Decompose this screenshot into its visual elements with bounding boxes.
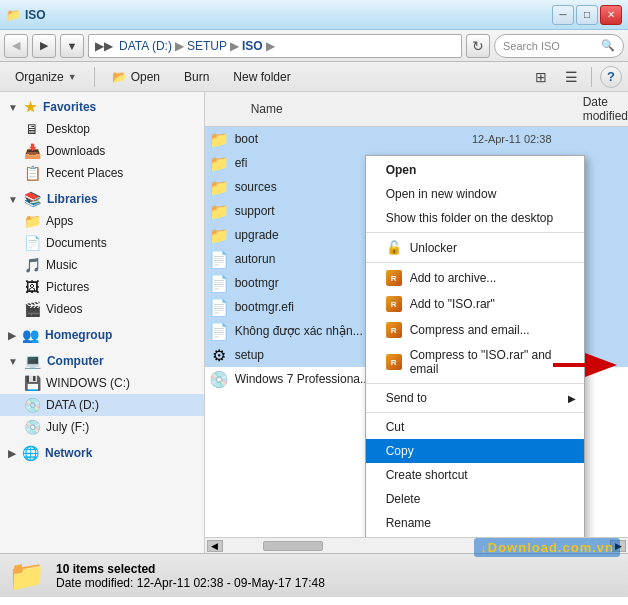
ctx-create-shortcut[interactable]: Create shortcut [366, 463, 584, 487]
breadcrumb-setup[interactable]: SETUP [187, 39, 227, 53]
computer-arrow: ▼ [8, 356, 18, 367]
open-button[interactable]: 📂 Open [103, 65, 169, 89]
ctx-send-to[interactable]: Send to ▶ [366, 386, 584, 410]
file-list[interactable]: 📁 boot 12-Apr-11 02:38 📁 efi 12-Apr-11 0… [205, 127, 628, 537]
file-date-boot: 12-Apr-11 02:38 [464, 133, 624, 145]
homegroup-icon: 👥 [22, 327, 39, 343]
sidebar-item-downloads[interactable]: 📥 Downloads [0, 140, 204, 162]
status-bar: 📁 10 items selected Date modified: 12-Ap… [0, 553, 628, 597]
file-icon-setup: ⚙ [209, 345, 229, 365]
search-icon[interactable]: 🔍 [601, 39, 615, 52]
column-header: Name Date modified [205, 92, 628, 127]
july-f-icon: 💿 [24, 419, 40, 435]
view-button-1[interactable]: ⊞ [529, 65, 553, 89]
sidebar-header-homegroup[interactable]: ▶ 👥 Homegroup [0, 324, 204, 346]
rar-icon-1: R [386, 270, 402, 286]
context-menu: Open Open in new window Show this folder… [365, 155, 585, 537]
homegroup-arrow: ▶ [8, 330, 16, 341]
sidebar-item-desktop[interactable]: 🖥 Desktop [0, 118, 204, 140]
file-icon-khong: 📄 [209, 321, 229, 341]
help-button[interactable]: ? [600, 66, 622, 88]
close-button[interactable]: ✕ [600, 5, 622, 25]
ctx-open[interactable]: Open [366, 158, 584, 182]
folder-icon: 📁 [6, 8, 21, 22]
toolbar: Organize ▼ 📂 Open Burn New folder ⊞ ☰ ? [0, 62, 628, 92]
breadcrumb[interactable]: ▶▶ DATA (D:) ▶ SETUP ▶ ISO ▶ [88, 34, 462, 58]
desktop-icon: 🖥 [24, 121, 40, 137]
ctx-cut[interactable]: Cut [366, 415, 584, 439]
ctx-open-new-window[interactable]: Open in new window [366, 182, 584, 206]
file-area: Name Date modified 📁 boot 12-Apr-11 02:3… [205, 92, 628, 553]
sidebar-item-videos[interactable]: 🎬 Videos [0, 298, 204, 320]
sidebar-item-apps[interactable]: 📁 Apps [0, 210, 204, 232]
organize-button[interactable]: Organize ▼ [6, 65, 86, 89]
burn-button[interactable]: Burn [175, 65, 218, 89]
sidebar-section-homegroup: ▶ 👥 Homegroup [0, 324, 204, 346]
sidebar-item-recent-places[interactable]: 📋 Recent Places [0, 162, 204, 184]
ctx-copy[interactable]: Copy [366, 439, 584, 463]
title-bar: 📁 ISO ─ □ ✕ [0, 0, 628, 30]
apps-icon: 📁 [24, 213, 40, 229]
sidebar-item-windows-c[interactable]: 💾 WINDOWS (C:) [0, 372, 204, 394]
title-bar-controls: ─ □ ✕ [552, 5, 622, 25]
documents-icon: 📄 [24, 235, 40, 251]
ctx-delete[interactable]: Delete [366, 487, 584, 511]
computer-icon: 💻 [24, 353, 41, 369]
search-bar[interactable]: Search ISO 🔍 [494, 34, 624, 58]
scroll-left-btn[interactable]: ◀ [207, 540, 223, 552]
libraries-icon: 📚 [24, 191, 41, 207]
sidebar-header-computer[interactable]: ▼ 💻 Computer [0, 350, 204, 372]
new-folder-button[interactable]: New folder [224, 65, 299, 89]
toolbar-separator-1 [94, 67, 95, 87]
toolbar-separator-2 [591, 67, 592, 87]
data-d-icon: 💿 [24, 397, 40, 413]
folder-icon-upgrade: 📁 [209, 225, 229, 245]
scroll-thumb[interactable] [263, 541, 323, 551]
organize-dropdown-arrow: ▼ [68, 72, 77, 82]
sidebar-item-july-f[interactable]: 💿 July (F:) [0, 416, 204, 438]
forward-button[interactable]: ▶ [32, 34, 56, 58]
ctx-unlocker[interactable]: 🔓 Unlocker [366, 235, 584, 260]
breadcrumb-iso[interactable]: ISO [242, 39, 263, 53]
ctx-sep-3 [366, 383, 584, 384]
sidebar-item-pictures[interactable]: 🖼 Pictures [0, 276, 204, 298]
ctx-compress-email[interactable]: R Compress and email... [366, 317, 584, 343]
windows-c-icon: 💾 [24, 375, 40, 391]
send-to-arrow: ▶ [568, 393, 576, 404]
sidebar-header-libraries[interactable]: ▼ 📚 Libraries [0, 188, 204, 210]
col-date-header[interactable]: Date modified [575, 95, 628, 123]
recent-places-icon: 📋 [24, 165, 40, 181]
minimize-button[interactable]: ─ [552, 5, 574, 25]
ctx-sep-2 [366, 262, 584, 263]
network-arrow: ▶ [8, 448, 16, 459]
sidebar-item-music[interactable]: 🎵 Music [0, 254, 204, 276]
view-button-2[interactable]: ☰ [559, 65, 583, 89]
sidebar-item-data-d[interactable]: 💿 DATA (D:) [0, 394, 204, 416]
address-bar: ◀ ▶ ▼ ▶▶ DATA (D:) ▶ SETUP ▶ ISO ▶ ↻ Sea… [0, 30, 628, 62]
sidebar-header-favorites[interactable]: ▼ ★ Favorites [0, 96, 204, 118]
col-name-header[interactable]: Name [205, 102, 575, 116]
sidebar-item-documents[interactable]: 📄 Documents [0, 232, 204, 254]
folder-icon-boot: 📁 [209, 129, 229, 149]
status-text: 10 items selected Date modified: 12-Apr-… [56, 562, 325, 590]
back-button[interactable]: ◀ [4, 34, 28, 58]
ctx-add-archive[interactable]: R Add to archive... [366, 265, 584, 291]
favorites-arrow: ▼ [8, 102, 18, 113]
sidebar-section-favorites: ▼ ★ Favorites 🖥 Desktop 📥 Downloads 📋 Re… [0, 96, 204, 184]
sidebar-header-network[interactable]: ▶ 🌐 Network [0, 442, 204, 464]
libraries-arrow: ▼ [8, 194, 18, 205]
open-icon: 📂 [112, 70, 127, 84]
watermark: ↓Download.com.vn [474, 538, 620, 557]
unlocker-icon: 🔓 [386, 240, 402, 255]
breadcrumb-data[interactable]: DATA (D:) [119, 39, 172, 53]
file-row-boot[interactable]: 📁 boot 12-Apr-11 02:38 [205, 127, 628, 151]
ctx-add-iso-rar[interactable]: R Add to "ISO.rar" [366, 291, 584, 317]
ctx-show-desktop[interactable]: Show this folder on the desktop [366, 206, 584, 230]
ctx-compress-email-iso[interactable]: R Compress to "ISO.rar" and email [366, 343, 584, 381]
refresh-button[interactable]: ↻ [466, 34, 490, 58]
maximize-button[interactable]: □ [576, 5, 598, 25]
ctx-sep-4 [366, 412, 584, 413]
file-icon-autorun: 📄 [209, 249, 229, 269]
ctx-rename[interactable]: Rename [366, 511, 584, 535]
dropdown-button[interactable]: ▼ [60, 34, 84, 58]
